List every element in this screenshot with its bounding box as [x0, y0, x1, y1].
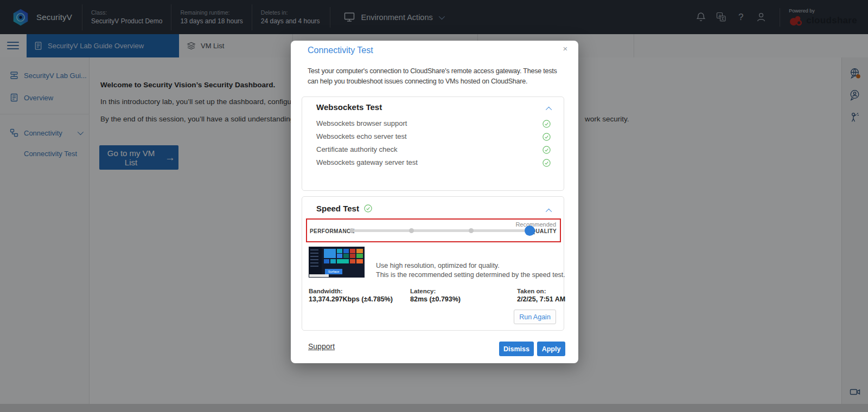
support-link[interactable]: Support: [308, 342, 335, 351]
surface-button-label: Surface: [325, 269, 342, 274]
latency-value: 82ms (±0.793%): [410, 295, 461, 303]
close-icon[interactable]: ×: [560, 43, 571, 54]
bandwidth-label: Bandwidth:: [309, 288, 343, 294]
modal-description-line1: Test your computer's connection to Cloud…: [308, 66, 572, 76]
taken-on-label: Taken on:: [517, 288, 546, 294]
websockets-row-label: Websockets echo server test: [316, 132, 407, 140]
apply-button[interactable]: Apply: [537, 342, 565, 356]
latency-label: Latency:: [410, 288, 436, 294]
websockets-row-label: Certificate authority check: [316, 145, 398, 153]
success-check-icon: [542, 133, 551, 141]
bandwidth-value: 13,374.297Kbps (±4.785%): [309, 295, 393, 303]
quality-slider-track[interactable]: [350, 229, 534, 232]
taken-on-value: 2/2/25, 7:51 AM: [517, 295, 565, 303]
taskbar-search-box: [309, 274, 329, 277]
success-check-icon: [364, 204, 372, 213]
success-check-icon: [542, 146, 551, 154]
slider-stop-dot: [409, 228, 414, 233]
success-check-icon: [542, 159, 551, 167]
collapse-chevron-icon[interactable]: [546, 209, 552, 215]
slider-stop-dot: [469, 228, 474, 233]
speed-test-card: Speed Test Recommended PERFORMANCE QUALI…: [302, 196, 564, 331]
speed-test-title: Speed Test: [316, 204, 372, 213]
recommended-label: Recommended: [515, 221, 556, 228]
run-again-button[interactable]: Run Again: [514, 310, 556, 324]
speed-test-title-text: Speed Test: [316, 204, 359, 213]
websockets-test-title: Websockets Test: [316, 102, 382, 112]
modal-description-line2: can help you troubleshoot issues connect…: [308, 76, 572, 87]
websockets-test-card: Websockets Test Websockets browser suppo…: [302, 96, 564, 191]
modal-description: Test your computer's connection to Cloud…: [308, 66, 572, 87]
speed-result-line1: Use high resolution, optimized for quali…: [376, 262, 500, 269]
modal-title: Connectivity Test: [308, 46, 373, 55]
speed-result-line2: This is the recommended setting determin…: [376, 271, 565, 279]
performance-label: PERFORMANCE: [310, 228, 355, 234]
websockets-row-label: Websockets gateway server test: [316, 158, 418, 166]
quality-label: QUALITY: [531, 228, 557, 234]
quality-slider-thumb[interactable]: [525, 226, 535, 236]
start-menu-strip: [309, 247, 322, 278]
slider-stop-dot: [349, 228, 354, 233]
app-window: SecurityV Class: SecurityV Product Demo …: [0, 0, 868, 412]
connectivity-test-modal: Connectivity Test × Test your computer's…: [291, 41, 578, 363]
success-check-icon: [542, 120, 551, 128]
windows-desktop-thumbnail: Surface: [309, 247, 365, 278]
recommended-highlight-annotation: Recommended PERFORMANCE QUALITY: [306, 218, 561, 242]
collapse-chevron-icon[interactable]: [546, 107, 552, 113]
dismiss-button[interactable]: Dismiss: [499, 342, 534, 356]
websockets-row-label: Websockets browser support: [316, 119, 407, 127]
